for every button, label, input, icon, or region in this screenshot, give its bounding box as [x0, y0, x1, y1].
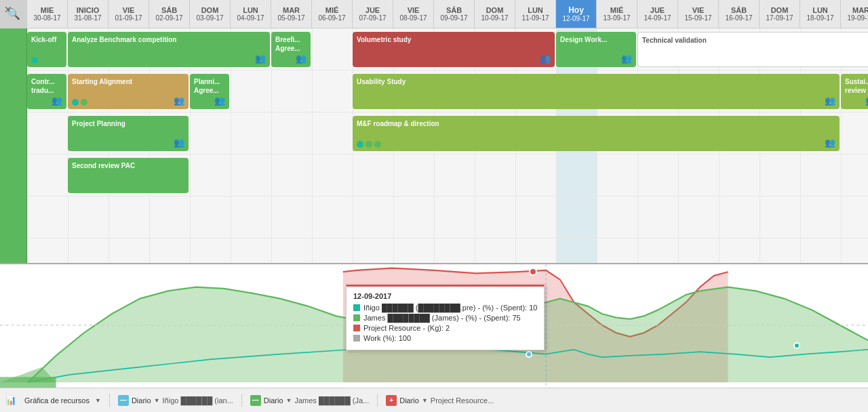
date-cell-11: DOM10-09-17 [475, 0, 515, 28]
day-date-1: 31-08-17 [74, 14, 101, 22]
task-dot-starting-alignment-1 [81, 99, 87, 106]
day-date-3: 02-09-17 [155, 14, 182, 22]
date-cell-17: SÁB16-09-17 [719, 0, 760, 28]
date-cell-9: VIE08-09-17 [393, 0, 434, 28]
day-name-8: JUE [366, 6, 380, 14]
toolbar-filter-1: Iñigo ██████ (ian... [163, 396, 233, 405]
task-bar-mf-roadmap[interactable]: M&F roadmap & direction👥 [353, 116, 840, 151]
toolbar-item-james[interactable]: — Diario ▼ James ██████ (Ja... [250, 395, 369, 406]
day-date-10: 09-09-17 [440, 14, 467, 22]
tooltip-item-2: Project Resource - (Kg): 2 [353, 324, 537, 332]
day-name-3: SÁB [161, 6, 177, 14]
tooltip-items: Iñigo ██████ (████████.pre) - (%) - (Spe… [353, 304, 537, 342]
person-icon-usability-study: 👥 [825, 96, 835, 106]
task-bar-sustai-review[interactable]: Sustai... review👥 [841, 74, 868, 109]
tooltip-text-0: Iñigo ██████ (████████.pre) - (%) - (Spe… [363, 304, 537, 312]
toolbar-dropdown-3[interactable]: ▼ [422, 397, 428, 404]
task-bottom-kick-off [31, 57, 62, 64]
task-dot-second-review-pac-0 [72, 183, 79, 190]
day-name-2: VIE [123, 6, 135, 14]
task-dot-mf-roadmap-2 [374, 141, 381, 148]
task-bottom-volumetric-study: 👥 [357, 54, 551, 64]
day-date-17: 16-09-17 [725, 14, 752, 22]
task-bar-second-review-pac[interactable]: Second review PAC [68, 158, 189, 193]
task-bar-breefi-agree[interactable]: Breefi... Agree...👥 [271, 32, 311, 67]
task-bar-volumetric-study[interactable]: Volumetric study👥 [353, 32, 555, 67]
day-date-2: 01-09-17 [115, 14, 142, 22]
minus-icon-green: — [250, 395, 261, 406]
task-bottom-design-work: 👥 [560, 54, 632, 64]
separator-3 [377, 394, 378, 407]
day-date-5: 04-09-17 [237, 14, 264, 22]
date-cell-15: JUE14-09-17 [637, 0, 678, 28]
task-bar-design-work[interactable]: Design Work...👥 [556, 32, 636, 67]
day-date-6: 05-09-17 [277, 14, 304, 22]
tooltip-item-0: Iñigo ██████ (████████.pre) - (%) - (Spe… [353, 304, 537, 312]
resource-dropdown-arrow[interactable]: ▼ [95, 397, 101, 404]
day-date-12: 11-09-17 [521, 14, 549, 22]
task-title-design-work: Design Work... [560, 35, 632, 44]
date-cell-13: Hoy12-09-17 [556, 0, 597, 28]
tooltip-text-1: James ████████ (James) - (%) - (Spent): … [363, 314, 521, 322]
task-dot-kick-off-1 [40, 57, 47, 64]
date-cell-14: MIÉ13-09-17 [597, 0, 637, 28]
toolbar-dropdown-1[interactable]: ▼ [154, 397, 160, 404]
day-date-11: 10-09-17 [481, 14, 508, 22]
task-bar-usability-study[interactable]: Usability Study👥 [353, 74, 840, 109]
day-name-10: SÁB [446, 6, 462, 14]
close-button[interactable]: ✕ [4, 4, 12, 15]
separator-2 [241, 394, 242, 407]
toolbar-filter-2: James ██████ (Ja... [294, 396, 369, 405]
task-title-project-planning: Project Planning [72, 119, 184, 128]
tooltip-dot-3 [353, 335, 360, 342]
task-bar-kick-off[interactable]: Kick-off [27, 32, 66, 67]
day-name-17: SÁB [731, 6, 747, 14]
tooltip-indicator-dot [529, 268, 537, 276]
task-dot-starting-alignment-0 [72, 99, 79, 106]
tooltip-date: 12-09-2017 [353, 292, 537, 300]
task-bottom-starting-alignment: 👥 [72, 96, 184, 106]
tooltip: 12-09-2017 Iñigo ██████ (████████.pre) -… [346, 285, 545, 350]
day-date-9: 08-09-17 [399, 14, 427, 22]
date-cell-5: LUN04-09-17 [231, 0, 271, 28]
day-name-7: MIÉ [326, 6, 339, 14]
chart-dot-teal [793, 342, 800, 349]
person-icon-planni-agree: 👥 [214, 96, 225, 106]
day-name-5: LUN [243, 6, 258, 14]
task-dots-design-work [560, 57, 567, 64]
toolbar-diario-3: Diario [399, 396, 419, 405]
tooltip-item-1: James ████████ (James) - (%) - (Spent): … [353, 314, 537, 322]
person-icon-contr-trad: 👥 [52, 96, 62, 106]
person-icon-design-work: 👥 [621, 54, 632, 64]
toolbar-dropdown-2[interactable]: ▼ [286, 397, 292, 404]
task-bar-starting-alignment[interactable]: Starting Alignment👥 [68, 74, 189, 109]
svg-rect-1 [0, 377, 56, 388]
day-name-12: LUN [528, 6, 543, 14]
day-name-19: LUN [812, 6, 828, 14]
tooltip-dot-2 [353, 325, 360, 331]
task-title-kick-off: Kick-off [31, 35, 62, 44]
day-name-11: DOM [486, 6, 504, 14]
date-cell-4: DOM03-09-17 [190, 0, 231, 28]
toolbar-filter-3: Project Resource... [431, 396, 494, 405]
task-title-mf-roadmap: M&F roadmap & direction [357, 119, 835, 128]
task-bar-analyze-benchmark[interactable]: Analyze Benchmark competition👥 [68, 32, 270, 67]
task-bar-project-planning[interactable]: Project Planning👥 [68, 116, 189, 151]
tooltip-text-3: Work (%): 100 [363, 334, 411, 342]
day-name-4: DOM [201, 6, 219, 14]
task-bar-contr-trad[interactable]: Contr... tradu...👥 [27, 74, 66, 109]
task-dot-design-work-0 [560, 57, 567, 64]
toolbar-item-resource[interactable]: + Diario ▼ Project Resource... [386, 395, 494, 406]
tooltip-text-2: Project Resource - (Kg): 2 [363, 324, 450, 332]
task-title-second-review-pac: Second review PAC [72, 161, 184, 170]
person-icon-mf-roadmap: 👥 [825, 138, 835, 148]
task-bottom-breefi-agree: 👥 [275, 54, 307, 64]
gantt-top-section: 🔍 MIE30-08-17INICIO31-08-17VIE01-09-17SÁ… [0, 0, 868, 264]
task-title-contr-trad: Contr... tradu... [31, 77, 62, 95]
task-bar-planni-agree[interactable]: Planni... Agree...👥 [190, 74, 229, 109]
day-name-6: MAR [283, 6, 300, 14]
toolbar-item-inigo[interactable]: — Diario ▼ Iñigo ██████ (ian... [118, 395, 233, 406]
gantt-content: Kick-offAnalyze Benchmark competition👥Br… [27, 28, 868, 263]
task-bar-technical-validation[interactable]: Technical validation [637, 32, 868, 67]
tooltip-dot-0 [353, 304, 360, 311]
